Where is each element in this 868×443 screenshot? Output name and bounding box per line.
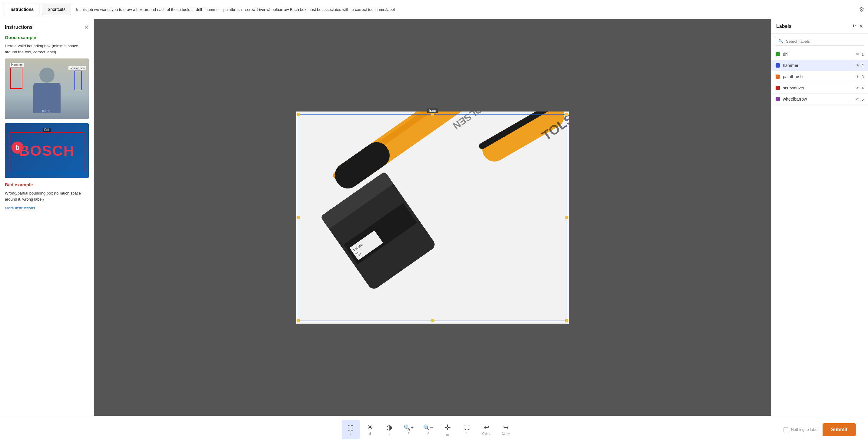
contrast-shortcut: c <box>389 432 390 436</box>
labels-header: Labels 👁 ✕ <box>771 19 868 34</box>
label-meta-hammer: 👁 2 <box>856 63 864 68</box>
search-icon: 🔍 <box>778 39 783 43</box>
label-color-wheelbarrow <box>776 97 780 101</box>
good-example-label: Good example <box>5 35 89 40</box>
bounding-box-icon: ⬚ <box>347 423 354 432</box>
undo-shortcut: Ctrl+z <box>483 432 490 436</box>
label-name-drill: drill <box>783 52 856 57</box>
tab-shortcuts[interactable]: Shortcuts <box>42 4 71 15</box>
move-shortcut: m <box>446 433 449 436</box>
label-item-hammer[interactable]: hammer 👁 2 <box>771 60 868 71</box>
bad-example-image: Drill BOSCH b <box>5 123 89 178</box>
label-meta-wheelbarrow: 👁 5 <box>856 97 864 101</box>
bad-example-label: Bad example <box>5 182 89 187</box>
drill-label-img: Drill <box>43 128 51 132</box>
brightness-tool-button[interactable]: ☀ d <box>361 420 379 439</box>
canvas-area[interactable]: TOLSEN TOLSEN 0.9 KGS <box>94 19 771 416</box>
label-count-screwdriver: 4 <box>862 86 864 90</box>
move-icon: ✛ <box>444 423 451 433</box>
zoom-in-tool-button[interactable]: 🔍+ z <box>400 420 418 439</box>
annotation-canvas: TOLSEN TOLSEN 0.9 KGS <box>296 112 569 324</box>
search-input[interactable] <box>786 39 861 43</box>
settings-icon[interactable]: ⚙ <box>859 6 864 13</box>
label-name-paintbrush: paintbrush <box>783 74 856 79</box>
label-color-hammer <box>776 63 780 67</box>
contrast-tool-button[interactable]: ◑ c <box>380 420 399 439</box>
label-name-screwdriver: screwdriver <box>783 85 856 90</box>
label-meta-screwdriver: 👁 4 <box>856 86 864 90</box>
close-button[interactable]: ✕ <box>84 24 89 31</box>
fit-tool-button[interactable]: ⛶ f <box>458 420 476 439</box>
header-icons: 👁 ✕ <box>851 23 863 29</box>
zoom-out-shortcut: o <box>427 432 429 435</box>
label-color-screwdriver <box>776 86 780 90</box>
label-name-wheelbarrow: wheelbarrow <box>783 97 856 101</box>
redo-tool-button[interactable]: ↪ Ctrl+y <box>497 420 515 439</box>
tab-instructions[interactable]: Instructions <box>4 4 39 15</box>
label-item-paintbrush[interactable]: paintbrush 👁 3 <box>771 71 868 82</box>
label-item-screwdriver[interactable]: screwdriver 👁 4 <box>771 82 868 94</box>
visibility-icon-drill[interactable]: 👁 <box>856 52 859 56</box>
zoom-out-icon: 🔍− <box>423 424 433 431</box>
bad-example-text: Wrong/partial bounding box (to much spac… <box>5 190 89 202</box>
left-panel: Instructions ✕ Good example Here a valid… <box>0 19 94 416</box>
zoom-in-shortcut: z <box>408 432 409 435</box>
search-box: 🔍 <box>775 37 864 46</box>
hammer-image: TOLSEN TOLSEN 0.9 KGS <box>296 112 569 324</box>
zoom-in-icon: 🔍+ <box>404 424 414 431</box>
brightness-shortcut: d <box>369 432 371 436</box>
hammer-label: Hammer <box>10 63 24 67</box>
label-meta-drill: 👁 1 <box>856 52 864 57</box>
visibility-icon[interactable]: 👁 <box>851 24 856 29</box>
bottom-toolbar: ⬚ b ☀ d ◑ c 🔍+ z 🔍− o ✛ m ⛶ f ↩ <box>0 416 868 443</box>
nothing-label: Nothing to label <box>783 427 818 432</box>
label-item-wheelbarrow[interactable]: wheelbarrow 👁 5 <box>771 94 868 105</box>
labels-title: Labels <box>776 24 792 29</box>
label-item-drill[interactable]: drill 👁 1 <box>771 49 868 60</box>
instruction-text: In this job we wants you to draw a box a… <box>76 7 857 12</box>
label-color-drill <box>776 52 780 56</box>
nothing-checkbox[interactable] <box>783 427 788 432</box>
more-instructions-link[interactable]: More Instructions <box>5 206 35 210</box>
label-count-wheelbarrow: 5 <box>862 97 864 101</box>
nothing-label-text: Nothing to label <box>791 427 818 432</box>
label-count-paintbrush: 3 <box>862 75 864 79</box>
label-meta-paintbrush: 👁 3 <box>856 75 864 79</box>
good-example-image: Hammer Screwdriver Kit Cat <box>5 58 89 119</box>
visibility-icon-paintbrush[interactable]: 👁 <box>856 75 859 79</box>
label-color-paintbrush <box>776 75 780 79</box>
undo-tool-button[interactable]: ↩ Ctrl+z <box>477 420 495 439</box>
close-labels-button[interactable]: ✕ <box>859 23 863 29</box>
good-example-text: Here a valid bounding box (minimal space… <box>5 43 89 55</box>
labels-list: drill 👁 1 hammer 👁 2 paintbrush 👁 <box>771 49 868 416</box>
bounding-box-tool-button[interactable]: ⬚ b <box>342 420 360 439</box>
top-bar: Instructions Shortcuts In this job we wa… <box>0 0 868 19</box>
visibility-icon-hammer[interactable]: 👁 <box>856 63 859 67</box>
zoom-out-tool-button[interactable]: 🔍− o <box>419 420 437 439</box>
visibility-icon-wheelbarrow[interactable]: 👁 <box>856 97 859 101</box>
toolbar-center: ⬚ b ☀ d ◑ c 🔍+ z 🔍− o ✛ m ⛶ f ↩ <box>342 420 515 439</box>
bounding-box-shortcut: b <box>350 432 352 436</box>
hammer-svg: TOLSEN TOLSEN 0.9 KGS <box>296 112 569 324</box>
fit-icon: ⛶ <box>464 424 470 431</box>
fit-shortcut: f <box>466 432 467 435</box>
move-tool-button[interactable]: ✛ m <box>438 420 457 439</box>
redo-shortcut: Ctrl+y <box>502 432 510 436</box>
right-panel: Labels 👁 ✕ 🔍 drill 👁 1 hamm <box>771 19 868 416</box>
brightness-icon: ☀ <box>367 423 373 432</box>
submit-button[interactable]: Submit <box>823 423 856 436</box>
visibility-icon-screwdriver[interactable]: 👁 <box>856 86 859 90</box>
redo-icon: ↪ <box>503 423 508 432</box>
label-name-hammer: hammer <box>783 63 856 68</box>
main-layout: Instructions ✕ Good example Here a valid… <box>0 19 868 416</box>
left-panel-title: Instructions <box>5 25 33 30</box>
label-count-hammer: 2 <box>862 63 864 68</box>
contrast-icon: ◑ <box>386 423 392 432</box>
toolbar-right: Nothing to label Submit <box>783 423 856 436</box>
label-count-drill: 1 <box>862 52 864 57</box>
screwdriver-label: Screwdriver <box>68 66 86 70</box>
left-panel-header: Instructions ✕ <box>5 24 89 31</box>
undo-icon: ↩ <box>484 423 489 432</box>
